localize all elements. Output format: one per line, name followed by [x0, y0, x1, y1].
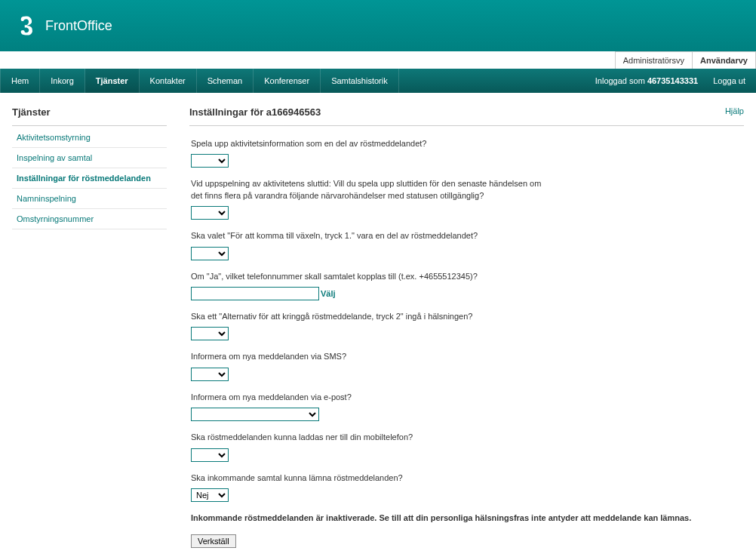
- field-select[interactable]: [191, 408, 319, 421]
- apply-button[interactable]: Verkställ: [191, 534, 236, 548]
- view-tab-user[interactable]: Användarvy: [693, 52, 755, 69]
- content-area: Tjänster AktivitetsomstyrningInspelning …: [0, 93, 756, 557]
- sidebar-item[interactable]: Aktivitetsomstyrning: [12, 128, 167, 148]
- field-label: Ska valet "För att komma till växeln, tr…: [191, 230, 553, 242]
- sidebar-item[interactable]: Inställningar för röstmeddelanden: [12, 168, 167, 189]
- field-label: Ska inkommande samtal kunna lämna röstme…: [191, 472, 553, 484]
- main-panel: Inställningar för a166946563 Hjälp Spela…: [189, 106, 744, 551]
- field-label: Spela upp aktivitetsinformation som en d…: [191, 138, 553, 149]
- field-select[interactable]: [191, 448, 229, 462]
- help-link[interactable]: Hjälp: [725, 106, 744, 118]
- logout-link[interactable]: Logga ut: [702, 76, 756, 85]
- form-field: Ska ett "Alternativ för att kringgå röst…: [189, 311, 744, 340]
- view-switch-row: Administratörsvy Användarvy: [0, 51, 756, 69]
- field-select[interactable]: [191, 206, 229, 220]
- field-label: Informera om nya meddelanden via e-post?: [191, 392, 553, 403]
- sidebar-item[interactable]: Inspelning av samtal: [12, 148, 167, 168]
- sidebar-title: Tjänster: [12, 106, 167, 126]
- field-select[interactable]: Nej: [191, 488, 229, 502]
- sidebar-item[interactable]: Namninspelning: [12, 189, 167, 209]
- login-user: 46735143331: [647, 76, 698, 85]
- nav-item-kontakter[interactable]: Kontakter: [140, 69, 197, 93]
- form-field: Om "Ja", vilket telefonnummer skall samt…: [189, 271, 744, 300]
- login-status: Inloggad som 46735143331: [591, 76, 702, 85]
- three-logo-icon: [15, 13, 41, 38]
- pick-link[interactable]: Välj: [321, 289, 336, 298]
- main-header: Inställningar för a166946563 Hjälp: [189, 106, 744, 126]
- field-label: Ska röstmeddelanden kunna laddas ner til…: [191, 432, 553, 443]
- nav-item-samtalshistorik[interactable]: Samtalshistorik: [321, 69, 399, 93]
- brand-logo: FrontOffice: [15, 13, 112, 38]
- field-select[interactable]: [191, 327, 229, 340]
- sidebar-item[interactable]: Omstyrningsnummer: [12, 209, 167, 229]
- form-field: Ska röstmeddelanden kunna laddas ner til…: [189, 432, 744, 461]
- form-field: Vid uppspelning av aktivitetens sluttid:…: [189, 178, 744, 220]
- nav-item-hem[interactable]: Hem: [0, 69, 40, 93]
- login-prefix: Inloggad som: [595, 76, 647, 85]
- main-nav: HemInkorgTjänsterKontakterSchemanKonfere…: [0, 69, 756, 93]
- warning-message: Inkommande röstmeddelanden är inaktivera…: [189, 512, 744, 524]
- form-field: Informera om nya meddelanden via e-post?: [189, 392, 744, 421]
- nav-item-inkorg[interactable]: Inkorg: [40, 69, 85, 93]
- field-select[interactable]: [191, 368, 229, 381]
- field-select[interactable]: [191, 247, 229, 260]
- brand-name: FrontOffice: [45, 18, 112, 34]
- form-field: Ska valet "För att komma till växeln, tr…: [189, 230, 744, 260]
- page-title: Inställningar för a166946563: [189, 106, 321, 118]
- form-field: Ska inkommande samtal kunna lämna röstme…: [189, 472, 744, 502]
- field-label: Ska ett "Alternativ för att kringgå röst…: [191, 311, 553, 322]
- view-tab-admin[interactable]: Administratörsvy: [616, 52, 693, 69]
- field-label: Vid uppspelning av aktivitetens sluttid:…: [191, 178, 553, 202]
- field-select[interactable]: [191, 154, 229, 168]
- phone-input[interactable]: [191, 287, 319, 300]
- banner: FrontOffice: [0, 0, 756, 51]
- field-label: Om "Ja", vilket telefonnummer skall samt…: [191, 271, 553, 282]
- field-label: Informera om nya meddelanden via SMS?: [191, 351, 553, 362]
- nav-item-scheman[interactable]: Scheman: [197, 69, 254, 93]
- view-tabs: Administratörsvy Användarvy: [615, 51, 756, 69]
- form-field: Informera om nya meddelanden via SMS?: [189, 351, 744, 380]
- nav-item-tjänster[interactable]: Tjänster: [85, 69, 140, 93]
- form-field: Spela upp aktivitetsinformation som en d…: [189, 138, 744, 168]
- nav-item-konferenser[interactable]: Konferenser: [254, 69, 321, 93]
- sidebar: Tjänster AktivitetsomstyrningInspelning …: [12, 106, 167, 551]
